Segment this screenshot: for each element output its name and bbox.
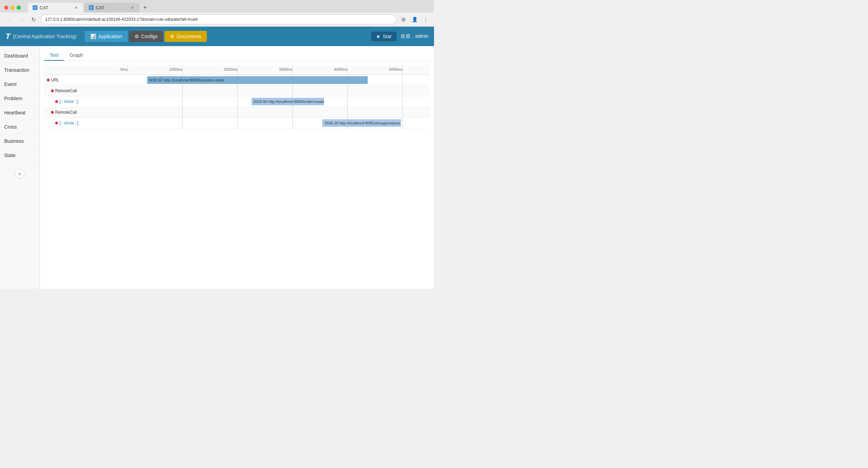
dashed-line xyxy=(182,118,183,128)
waterfall-bar[interactable]: 2029.90 http://localhost:8084/order/crea… xyxy=(252,98,324,105)
dashed-line xyxy=(292,118,293,128)
sidebar: Dashboard Transaction Event Problem Hear… xyxy=(0,46,40,289)
bar-cell: 2036.20 http://localhost:8085/storage/re… xyxy=(127,118,430,128)
dashed-line xyxy=(292,107,293,118)
browser-tab-1[interactable]: C CAT × xyxy=(28,3,83,12)
tree-label: URL xyxy=(51,78,59,83)
nav-configs[interactable]: ⚙ Configs xyxy=(129,31,163,42)
ruler-mark: 5000ms xyxy=(402,65,403,75)
traffic-lights xyxy=(4,6,21,10)
sidebar-item-transaction[interactable]: Transaction xyxy=(0,63,40,77)
star-icon: ★ xyxy=(376,34,381,39)
reload-button[interactable]: ↻ xyxy=(29,16,38,24)
ruler-label: 3000ms xyxy=(279,67,292,71)
tree-label[interactable]: [:: show ::] xyxy=(59,99,78,104)
sidebar-item-heartbeat[interactable]: Heartbeat xyxy=(0,106,40,120)
nav-documents-label: Documents xyxy=(177,34,201,39)
tab-close-1[interactable]: × xyxy=(74,5,78,10)
nav-configs-label: Configs xyxy=(141,34,158,39)
app-header: T (Central Application Tracking) 📊 Appli… xyxy=(0,27,434,46)
dashed-line xyxy=(402,96,403,107)
tab-label-1: CAT xyxy=(40,5,72,10)
dashed-line xyxy=(182,96,183,107)
waterfall-bar[interactable]: 2036.20 http://localhost:8085/storage/re… xyxy=(322,119,401,127)
dashed-line xyxy=(402,86,403,96)
forward-button[interactable]: → xyxy=(17,16,26,23)
dashed-line xyxy=(402,75,403,85)
tree-dot xyxy=(47,79,50,81)
dashed-line xyxy=(347,107,348,118)
waterfall-row: URL6092.87 http://localhost:8083/busines… xyxy=(44,75,430,86)
tree-label: RemoteCall xyxy=(55,110,77,115)
tree-dot xyxy=(51,111,54,114)
ruler-label: 0ms xyxy=(120,67,128,71)
dashed-line xyxy=(237,107,238,118)
dashed-line xyxy=(347,86,348,96)
waterfall-bar[interactable]: 6092.87 http://localhost:8083/business-o… xyxy=(147,76,368,84)
sidebar-item-event[interactable]: Event xyxy=(0,77,40,92)
star-label: Star xyxy=(383,34,392,39)
menu-icon[interactable]: ⋮ xyxy=(422,15,430,24)
tree-label[interactable]: [:: show ::] xyxy=(59,121,78,125)
tab-text[interactable]: Text xyxy=(44,50,64,61)
waterfall-row: RemoteCall xyxy=(44,107,430,118)
view-tabs: Text Graph xyxy=(44,50,430,61)
tab-label-2: CAT xyxy=(96,5,128,10)
ruler-label: 5000ms xyxy=(389,67,402,71)
documents-icon: ⚙ xyxy=(170,34,175,39)
tree-cell: RemoteCall xyxy=(44,109,127,116)
configs-icon: ⚙ xyxy=(135,34,139,39)
dashed-line xyxy=(402,107,403,118)
tab-favicon-1: C xyxy=(33,5,37,10)
dashed-line xyxy=(347,96,348,107)
tree-cell: [:: show ::] xyxy=(44,98,127,105)
sidebar-collapse: « xyxy=(0,165,40,182)
url-input[interactable] xyxy=(41,15,397,24)
tab-favicon-2: C xyxy=(89,5,94,10)
application-icon: 📊 xyxy=(90,34,96,39)
browser-tab-2[interactable]: C CAT × xyxy=(84,3,139,12)
sidebar-item-business[interactable]: Business xyxy=(0,134,40,148)
bar-cell xyxy=(127,86,430,96)
browser-tabs: C CAT × C CAT × + xyxy=(28,3,430,12)
bar-cell: 6092.87 http://localhost:8083/business-o… xyxy=(127,75,430,85)
sidebar-item-cross[interactable]: Cross xyxy=(0,120,40,134)
profile-icon[interactable]: 👤 xyxy=(410,15,419,24)
sidebar-item-state[interactable]: State xyxy=(0,148,40,163)
maximize-window-button[interactable] xyxy=(17,6,21,10)
sidebar-item-problem[interactable]: Problem xyxy=(0,92,40,106)
star-button[interactable]: ★ Star xyxy=(371,32,397,41)
tab-graph[interactable]: Graph xyxy=(64,50,89,61)
collapse-button[interactable]: « xyxy=(15,169,25,179)
back-button[interactable]: ← xyxy=(4,16,14,23)
minimize-window-button[interactable] xyxy=(10,6,15,10)
tree-dot xyxy=(55,100,58,103)
translate-icon[interactable]: ⊞ xyxy=(399,15,408,24)
app-logo: T xyxy=(6,32,10,41)
dashed-line xyxy=(237,86,238,96)
dashed-line xyxy=(402,118,403,128)
nav-documents[interactable]: ⚙ Documents xyxy=(164,31,207,42)
dashed-line xyxy=(182,107,183,118)
tree-cell: [:: show ::] xyxy=(44,119,127,127)
close-window-button[interactable] xyxy=(4,6,8,10)
tab-close-2[interactable]: × xyxy=(130,5,135,10)
waterfall-row: RemoteCall xyxy=(44,86,430,96)
ruler-mark: 0ms xyxy=(127,65,128,75)
app-subtitle: (Central Application Tracking) xyxy=(13,34,76,39)
ruler-mark: 2000ms xyxy=(237,65,238,75)
dashed-line xyxy=(237,96,238,107)
nav-application[interactable]: 📊 Application xyxy=(85,31,128,42)
sidebar-item-dashboard[interactable]: Dashboard xyxy=(0,49,40,63)
header-right: ★ Star 欢迎，admin xyxy=(371,32,428,41)
tree-dot xyxy=(51,89,54,92)
waterfall-row: [:: show ::]2036.20 http://localhost:808… xyxy=(44,118,430,129)
new-tab-button[interactable]: + xyxy=(140,3,150,12)
app-nav: 📊 Application ⚙ Configs ⚙ Documents xyxy=(85,31,207,42)
dashed-line xyxy=(292,86,293,96)
waterfall-row: [:: show ::]2029.90 http://localhost:808… xyxy=(44,96,430,107)
tree-dot xyxy=(55,122,58,124)
ruler-label: 4000ms xyxy=(334,67,348,71)
tree-label: RemoteCall xyxy=(55,88,77,93)
dashed-line xyxy=(237,118,238,128)
